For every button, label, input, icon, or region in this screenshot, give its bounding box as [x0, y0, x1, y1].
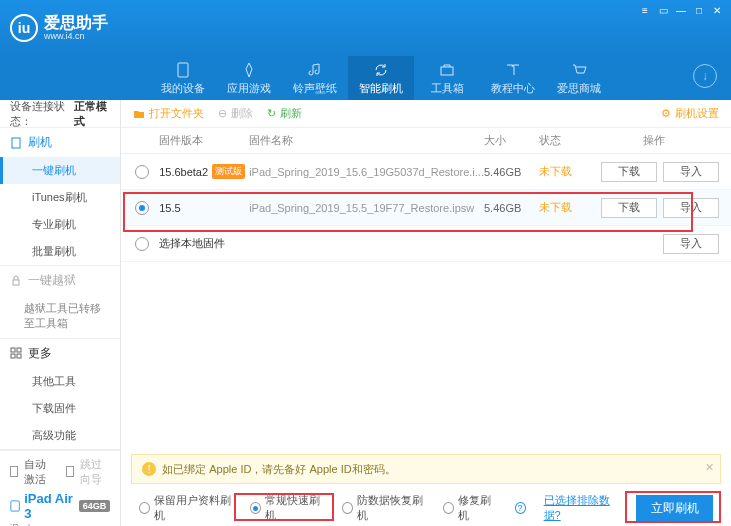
flash-now-button[interactable]: 立即刷机: [636, 495, 713, 521]
info-icon[interactable]: ?: [515, 502, 526, 514]
app-subtitle: www.i4.cn: [44, 32, 108, 42]
col-version: 固件版本: [159, 133, 249, 148]
tab-device[interactable]: 我的设备: [150, 56, 216, 100]
row-radio[interactable]: [135, 237, 149, 251]
tab-tools[interactable]: 工具箱: [414, 56, 480, 100]
row-status: 未下载: [539, 164, 589, 179]
opt-antirecovery[interactable]: 防数据恢复刷机: [342, 493, 425, 523]
row-size: 5.46GB: [484, 166, 539, 178]
sidebar-more-title[interactable]: 更多: [0, 339, 120, 368]
book-icon: [504, 61, 522, 79]
skin-button[interactable]: ▭: [655, 4, 671, 16]
sidebar-item-oneclick[interactable]: 一键刷机: [0, 157, 120, 184]
device-info: 自动激活 跳过向导 iPad Air 3 64GB iPad: [0, 450, 120, 526]
refresh-button[interactable]: ↻刷新: [267, 106, 302, 121]
folder-icon: [133, 108, 145, 120]
apps-icon: [240, 61, 258, 79]
firmware-row[interactable]: 15.5 iPad_Spring_2019_15.5_19F77_Restore…: [121, 190, 731, 226]
download-button[interactable]: 下载: [601, 198, 657, 218]
import-button[interactable]: 导入: [663, 198, 719, 218]
cart-icon: [570, 61, 588, 79]
gear-icon: ⚙: [661, 107, 671, 120]
import-button[interactable]: 导入: [663, 162, 719, 182]
firmware-row[interactable]: 15.6beta2测试版 iPad_Spring_2019_15.6_19G50…: [121, 154, 731, 190]
sidebar-flash-title[interactable]: 刷机: [0, 128, 120, 157]
firmware-list: 15.6beta2测试版 iPad_Spring_2019_15.6_19G50…: [121, 154, 731, 454]
open-folder-button[interactable]: 打开文件夹: [133, 106, 204, 121]
titlebar: iu 爱思助手 www.i4.cn ≡ ▭ — □ ✕: [0, 0, 731, 56]
row-version: 15.6beta2测试版: [159, 164, 249, 179]
lock-icon: [10, 275, 22, 287]
exclude-data-link[interactable]: 已选择排除数据?: [544, 493, 618, 523]
warning-icon: !: [142, 462, 156, 476]
download-center-button[interactable]: ↓: [693, 64, 717, 88]
ipad-icon: [10, 499, 20, 513]
svg-rect-2: [12, 138, 20, 148]
col-ops: 操作: [589, 133, 719, 148]
row-local-label: 选择本地固件: [159, 236, 589, 251]
window-controls: ≡ ▭ — □ ✕: [637, 4, 725, 16]
jailbreak-note: 越狱工具已转移至工具箱: [0, 295, 120, 338]
sidebar-item-advanced[interactable]: 高级功能: [0, 422, 120, 449]
opt-keepdata[interactable]: 保留用户资料刷机: [139, 493, 232, 523]
minimize-button[interactable]: —: [673, 4, 689, 16]
table-header: 固件版本 固件名称 大小 状态 操作: [121, 128, 731, 154]
row-status: 未下载: [539, 200, 589, 215]
row-size: 5.46GB: [484, 202, 539, 214]
svg-rect-8: [11, 501, 19, 511]
close-button[interactable]: ✕: [709, 4, 725, 16]
sidebar-item-pro[interactable]: 专业刷机: [0, 211, 120, 238]
opt-normal[interactable]: 常规快速刷机: [250, 493, 323, 523]
tab-tutorial[interactable]: 教程中心: [480, 56, 546, 100]
sidebar-item-batch[interactable]: 批量刷机: [0, 238, 120, 265]
col-status: 状态: [539, 133, 589, 148]
opt-repair[interactable]: 修复刷机: [443, 493, 497, 523]
svg-rect-7: [17, 354, 21, 358]
warning-close-button[interactable]: ✕: [705, 461, 714, 474]
skip-guide-checkbox[interactable]: [66, 466, 74, 477]
row-radio[interactable]: [135, 165, 149, 179]
row-name: iPad_Spring_2019_15.6_19G5037d_Restore.i…: [249, 166, 484, 178]
flash-settings-button[interactable]: ⚙刷机设置: [661, 106, 719, 121]
tab-flash[interactable]: 智能刷机: [348, 56, 414, 100]
device-icon: [174, 61, 192, 79]
import-button[interactable]: 导入: [663, 234, 719, 254]
music-icon: [306, 61, 324, 79]
flash-icon: [10, 137, 22, 149]
refresh-small-icon: ↻: [267, 107, 276, 120]
row-radio[interactable]: [135, 201, 149, 215]
col-name: 固件名称: [249, 133, 484, 148]
svg-rect-3: [13, 280, 19, 285]
device-status: 设备连接状态：正常模式: [0, 100, 120, 128]
app-title-block: 爱思助手 www.i4.cn: [44, 14, 108, 41]
app-title: 爱思助手: [44, 14, 108, 32]
download-button[interactable]: 下载: [601, 162, 657, 182]
logo-icon: iu: [10, 14, 38, 42]
main-panel: 打开文件夹 ⊖删除 ↻刷新 ⚙刷机设置 固件版本 固件名称 大小 状态 操作 1…: [121, 100, 731, 526]
menu-button[interactable]: ≡: [637, 4, 653, 16]
svg-rect-4: [11, 348, 15, 352]
device-name-row[interactable]: iPad Air 3 64GB: [10, 491, 110, 521]
sidebar-item-itunes[interactable]: iTunes刷机: [0, 184, 120, 211]
flash-options: 保留用户资料刷机 常规快速刷机 防数据恢复刷机 修复刷机 ? 已选择排除数据? …: [121, 490, 731, 526]
row-version: 15.5: [159, 202, 249, 214]
auto-activate-checkbox[interactable]: [10, 466, 18, 477]
tab-apps[interactable]: 应用游戏: [216, 56, 282, 100]
col-size: 大小: [484, 133, 539, 148]
toolbar: 打开文件夹 ⊖删除 ↻刷新 ⚙刷机设置: [121, 100, 731, 128]
delete-button[interactable]: ⊖删除: [218, 106, 253, 121]
sidebar-item-othertools[interactable]: 其他工具: [0, 368, 120, 395]
sidebar-jailbreak-title: 一键越狱: [0, 266, 120, 295]
tab-ringtone[interactable]: 铃声壁纸: [282, 56, 348, 100]
svg-rect-1: [441, 67, 453, 75]
grid-icon: [10, 347, 22, 359]
warning-bar: ! 如已绑定 Apple ID，请先备好 Apple ID和密码。 ✕: [131, 454, 721, 484]
warning-text: 如已绑定 Apple ID，请先备好 Apple ID和密码。: [162, 462, 396, 477]
refresh-icon: [372, 61, 390, 79]
beta-tag: 测试版: [212, 164, 245, 179]
sidebar-item-downloadfw[interactable]: 下载固件: [0, 395, 120, 422]
maximize-button[interactable]: □: [691, 4, 707, 16]
tools-icon: [438, 61, 456, 79]
tab-store[interactable]: 爱思商城: [546, 56, 612, 100]
firmware-row-local[interactable]: 选择本地固件 导入: [121, 226, 731, 262]
